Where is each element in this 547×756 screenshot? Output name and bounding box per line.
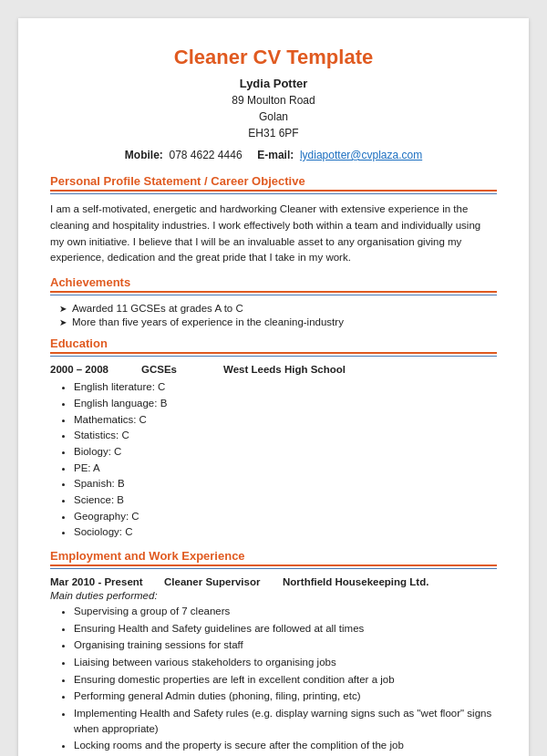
employment-heading: Employment and Work Experience xyxy=(50,549,497,563)
list-item: Supervising a group of 7 cleaners xyxy=(74,604,497,619)
employment-section: Employment and Work Experience Mar 2010 … xyxy=(50,549,497,753)
job-title: Cleaner Supervisor xyxy=(164,576,274,587)
divider-blue xyxy=(50,568,497,569)
divider-blue xyxy=(50,356,497,357)
duties-label: Main duties performed: xyxy=(50,590,497,601)
divider-orange xyxy=(50,190,497,192)
profile-section: Personal Profile Statement / Career Obje… xyxy=(50,174,497,266)
list-item: Statistics: C xyxy=(74,428,497,443)
achievements-list: Awarded 11 GCSEs at grades A to C More t… xyxy=(59,303,497,327)
edu-year: 2000 – 2008 xyxy=(50,364,132,375)
edu-subjects-list: English literature: C English language: … xyxy=(50,379,497,540)
education-row: 2000 – 2008 GCSEs West Leeds High School xyxy=(50,364,497,375)
list-item: Organising training sessions for staff xyxy=(74,637,497,653)
list-item: Performing general Admin duties (phoning… xyxy=(74,689,497,704)
job-date: Mar 2010 - Present xyxy=(50,576,155,587)
list-item: Awarded 11 GCSEs at grades A to C xyxy=(59,303,497,314)
list-item: Sociology: C xyxy=(74,524,497,540)
list-item: Liaising between various stakeholders to… xyxy=(74,655,497,670)
divider-orange xyxy=(50,564,497,566)
person-name: Lydia Potter xyxy=(50,77,497,90)
edu-school: West Leeds High School xyxy=(223,364,346,375)
achievements-section: Achievements Awarded 11 GCSEs at grades … xyxy=(50,275,497,327)
cv-title: Cleaner CV Template xyxy=(50,46,497,69)
education-heading: Education xyxy=(50,337,497,350)
list-item: Mathematics: C xyxy=(74,412,497,428)
list-item: English language: B xyxy=(74,396,497,411)
list-item: Locking rooms and the property is secure… xyxy=(74,738,497,753)
divider-orange xyxy=(50,291,497,293)
job-company: Northfield Housekeeping Ltd. xyxy=(283,576,428,587)
profile-heading: Personal Profile Statement / Career Obje… xyxy=(50,174,497,188)
profile-text: I am a self-motivated, energetic and har… xyxy=(50,202,497,266)
list-item: PE: A xyxy=(74,461,497,476)
person-address: 89 Moulton Road Golan EH31 6PF xyxy=(50,92,497,141)
email-link[interactable]: lydiapotter@cvplaza.com xyxy=(300,149,422,161)
list-item: Ensuring Health and Safety guidelines ar… xyxy=(74,621,497,637)
achievements-heading: Achievements xyxy=(50,275,497,289)
divider-blue xyxy=(50,193,497,194)
contact-line: Mobile: 078 4622 4446 E-mail: lydiapotte… xyxy=(50,149,497,161)
list-item: More than five years of experience in th… xyxy=(59,316,497,327)
edu-level: GCSEs xyxy=(141,364,214,375)
list-item: English literature: C xyxy=(74,379,497,395)
list-item: Science: B xyxy=(74,492,497,508)
cv-page: Cleaner CV Template Lydia Potter 89 Moul… xyxy=(18,18,529,756)
duties-list: Supervising a group of 7 cleaners Ensuri… xyxy=(50,604,497,753)
list-item: Geography: C xyxy=(74,509,497,524)
divider-orange xyxy=(50,352,497,354)
list-item: Ensuring domestic properties are left in… xyxy=(74,672,497,688)
job-row: Mar 2010 - Present Cleaner Supervisor No… xyxy=(50,576,497,587)
education-section: Education 2000 – 2008 GCSEs West Leeds H… xyxy=(50,337,497,540)
divider-blue xyxy=(50,295,497,295)
list-item: Implementing Health and Safety rules (e.… xyxy=(74,706,497,736)
list-item: Biology: C xyxy=(74,444,497,460)
list-item: Spanish: B xyxy=(74,476,497,492)
